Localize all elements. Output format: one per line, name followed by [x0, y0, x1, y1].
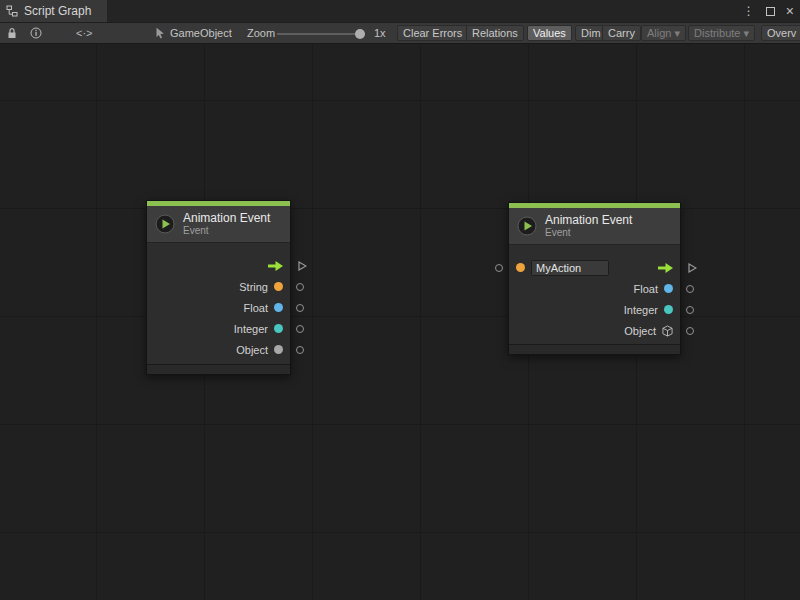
event-play-icon — [517, 216, 537, 236]
flow-output-port[interactable] — [298, 261, 307, 271]
zoom-value: 1x — [374, 23, 386, 43]
output-row-float: Float — [509, 278, 680, 299]
port-label: String — [239, 281, 268, 293]
string-type-icon — [274, 282, 283, 291]
output-row-integer: Integer — [509, 299, 680, 320]
integer-output-port[interactable] — [686, 306, 694, 314]
align-label: Align — [647, 26, 671, 40]
integer-output-port[interactable] — [296, 325, 304, 333]
overview-button[interactable]: Overv — [761, 25, 800, 41]
window-controls: ⋮ × — [743, 0, 794, 22]
flow-arrow-icon — [658, 263, 673, 273]
output-row-integer: Integer — [147, 318, 290, 339]
object-output-port[interactable] — [686, 327, 694, 335]
integer-type-icon — [274, 324, 283, 333]
animation-event-node-1[interactable]: Animation Event Event String — [146, 200, 291, 375]
name-input-port[interactable] — [495, 264, 503, 272]
port-label: Float — [244, 302, 268, 314]
node-subtitle: Event — [183, 225, 270, 237]
node-subtitle: Event — [545, 227, 632, 239]
animation-event-node-2[interactable]: Animation Event Event — [508, 202, 681, 355]
node-title: Animation Event — [183, 211, 270, 225]
output-row-float: Float — [147, 297, 290, 318]
zoom-slider-handle[interactable] — [355, 29, 365, 39]
output-row-object: Object — [147, 339, 290, 360]
object-type-icon — [274, 345, 283, 354]
port-label: Object — [236, 344, 268, 356]
float-type-icon — [274, 303, 283, 312]
port-label: Float — [634, 283, 658, 295]
values-button[interactable]: Values — [527, 25, 572, 41]
node-footer — [509, 344, 680, 354]
window-titlebar: Script Graph ⋮ × — [0, 0, 800, 22]
action-name-field[interactable] — [531, 260, 609, 276]
dropdown-arrow-icon: ▾ — [674, 26, 680, 40]
float-output-port[interactable] — [296, 304, 304, 312]
close-icon[interactable]: × — [786, 3, 794, 19]
node-header[interactable]: Animation Event Event — [147, 206, 290, 243]
object-output-port[interactable] — [296, 346, 304, 354]
clear-errors-button[interactable]: Clear Errors — [397, 25, 468, 41]
port-label: Integer — [234, 323, 268, 335]
port-label: Object — [624, 325, 656, 337]
port-label: Integer — [624, 304, 658, 316]
tab-script-graph[interactable]: Script Graph — [0, 0, 107, 22]
gameobject-label: GameObject — [170, 27, 232, 39]
string-type-icon — [516, 263, 525, 272]
flow-output-row — [147, 255, 290, 276]
graph-toolbar: <·> GameObject Zoom 1x Clear Errors Rela… — [0, 22, 800, 44]
code-ports-icon[interactable]: <·> — [76, 23, 93, 43]
gameobject-icon — [155, 27, 165, 39]
float-type-icon — [664, 284, 673, 293]
gameobject-reference[interactable]: GameObject — [155, 23, 232, 43]
node-footer — [147, 364, 290, 374]
event-play-icon — [155, 214, 175, 234]
output-row-object: Object — [509, 320, 680, 341]
name-input-and-flow-row — [509, 257, 680, 278]
distribute-button[interactable]: Distribute ▾ — [688, 25, 755, 41]
integer-type-icon — [664, 305, 673, 314]
string-output-port[interactable] — [296, 283, 304, 291]
maximize-icon[interactable] — [766, 7, 775, 16]
object-cube-icon — [662, 325, 673, 337]
zoom-label: Zoom — [247, 23, 275, 43]
carry-button[interactable]: Carry — [602, 25, 641, 41]
float-output-port[interactable] — [686, 285, 694, 293]
dropdown-arrow-icon: ▾ — [743, 26, 749, 40]
node-body: Float Integer Object — [509, 245, 680, 344]
flow-arrow-icon — [268, 261, 283, 271]
lock-icon[interactable] — [7, 23, 17, 43]
distribute-label: Distribute — [694, 26, 740, 40]
flow-output-port[interactable] — [688, 263, 697, 273]
graph-canvas[interactable]: Animation Event Event String — [0, 44, 800, 600]
relations-button[interactable]: Relations — [466, 25, 524, 41]
align-button[interactable]: Align ▾ — [641, 25, 686, 41]
node-title: Animation Event — [545, 213, 632, 227]
node-header[interactable]: Animation Event Event — [509, 208, 680, 245]
tab-title: Script Graph — [24, 4, 91, 18]
info-icon[interactable] — [30, 23, 42, 43]
script-graph-window: Script Graph ⋮ × <·> — [0, 0, 800, 600]
zoom-slider[interactable] — [277, 33, 365, 35]
node-body: String Float Integer Object — [147, 243, 290, 364]
output-row-string: String — [147, 276, 290, 297]
script-graph-icon — [6, 5, 18, 17]
window-menu-icon[interactable]: ⋮ — [743, 4, 755, 18]
